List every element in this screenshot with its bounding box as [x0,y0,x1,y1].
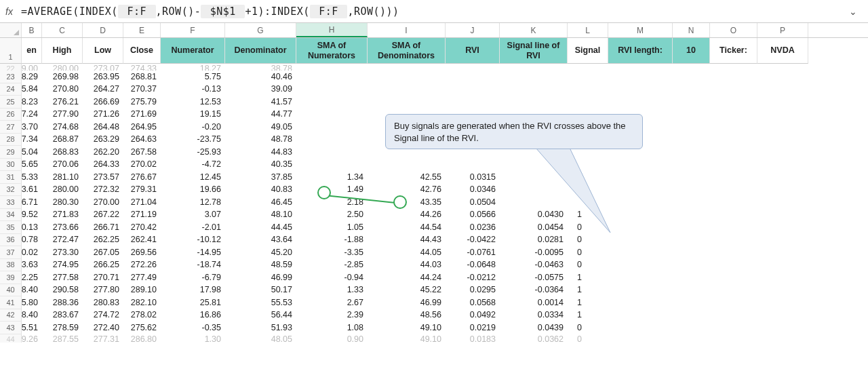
cell-L[interactable]: 1 [568,309,608,322]
cell-I[interactable]: 49.10 [368,334,446,343]
cell-F[interactable]: 12.53 [161,96,225,109]
select-all-triangle[interactable] [0,23,22,37]
col-header-E[interactable]: E [123,23,161,37]
cell-K[interactable] [500,96,568,109]
row-number[interactable]: 35 [0,221,22,234]
cell-G[interactable]: 43.64 [225,234,296,247]
cell-C[interactable]: 268.83 [42,146,83,159]
cell-H[interactable]: 1.05 [296,221,368,234]
cell-H[interactable]: 2.39 [296,309,368,322]
cell-O[interactable] [710,171,757,184]
cell-E[interactable]: 289.10 [123,284,161,297]
cell-M[interactable] [608,64,673,71]
row-number[interactable]: 40 [0,284,22,297]
cell-J[interactable]: -0.0761 [446,246,500,259]
cell-N[interactable] [673,271,710,284]
cell-L[interactable]: 1 [568,284,608,297]
cell-N[interactable] [673,284,710,297]
row-number[interactable]: 31 [0,171,22,184]
cell-K[interactable] [500,83,568,96]
cell-E[interactable]: 282.10 [123,296,161,309]
row-number[interactable]: 22 [0,64,22,71]
cell-B[interactable]: 8.29 [22,71,42,83]
cell-P[interactable] [757,71,808,83]
cell-H[interactable]: 1.34 [296,171,368,184]
cell-G[interactable]: 44.45 [225,221,296,234]
cell-N[interactable] [673,234,710,247]
cell-I[interactable] [368,71,446,83]
cell-G[interactable]: 50.17 [225,284,296,297]
cell-O[interactable] [710,309,757,322]
cell-M[interactable] [608,271,673,284]
cell-J[interactable]: -0.0212 [446,271,500,284]
cell-I[interactable]: 46.99 [368,296,446,309]
cell-G[interactable]: 48.05 [225,334,296,343]
cell-H[interactable]: 1.08 [296,322,368,334]
cell-P[interactable] [757,259,808,272]
cell-G[interactable]: 44.77 [225,109,296,121]
cell-E[interactable]: 270.02 [123,159,161,172]
cell-H[interactable]: -3.35 [296,246,368,259]
cell-M[interactable] [608,334,673,343]
cell-N[interactable] [673,184,710,197]
cell-G[interactable]: 40.46 [225,71,296,83]
cell-G[interactable]: 38.78 [225,64,296,71]
cell-C[interactable]: 278.59 [42,322,83,334]
drawing-line[interactable] [328,195,399,204]
cell-J[interactable]: -0.0422 [446,234,500,247]
cell-L[interactable]: 1 [568,271,608,284]
callout-note[interactable]: Buy signals are generated when the RVI c… [385,114,643,149]
header-F[interactable]: Numerator [161,38,225,64]
cell-B[interactable]: 2.25 [22,271,42,284]
cell-D[interactable]: 263.29 [83,134,123,147]
cell-G[interactable]: 46.99 [225,271,296,284]
cell-O[interactable] [710,71,757,83]
cell-D[interactable]: 263.95 [83,71,123,83]
cell-J[interactable]: 0.0492 [446,309,500,322]
cell-I[interactable] [368,64,446,71]
row-number[interactable]: 26 [0,109,22,121]
cell-N[interactable] [673,259,710,272]
cell-J[interactable]: 0.0183 [446,334,500,343]
cell-B[interactable]: 8.40 [22,284,42,297]
formula-input[interactable]: =AVERAGE(INDEX( F:F ,ROW()- $N$1 +1):IND… [21,5,399,18]
cell-H[interactable]: -0.94 [296,271,368,284]
cell-G[interactable]: 39.09 [225,83,296,96]
cell-H[interactable] [296,121,368,134]
col-header-I[interactable]: I [368,23,446,37]
col-header-N[interactable]: N [673,23,710,37]
cell-C[interactable]: 268.87 [42,134,83,147]
cell-F[interactable]: 5.75 [161,71,225,83]
cell-G[interactable]: 55.53 [225,296,296,309]
cell-D[interactable]: 266.71 [83,221,123,234]
cell-I[interactable]: 42.55 [368,171,446,184]
cell-B[interactable]: 9.00 [22,64,42,71]
cell-J[interactable]: -0.0648 [446,259,500,272]
cell-K[interactable]: 0.0014 [500,296,568,309]
cell-N[interactable] [673,221,710,234]
cell-G[interactable]: 46.45 [225,196,296,209]
cell-F[interactable]: 1.30 [161,334,225,343]
cell-D[interactable]: 264.27 [83,83,123,96]
cell-P[interactable] [757,171,808,184]
cell-L[interactable] [568,71,608,83]
cell-B[interactable]: 0.78 [22,234,42,247]
cell-B[interactable]: 9.52 [22,209,42,222]
cell-E[interactable]: 276.67 [123,171,161,184]
row-number[interactable]: 38 [0,259,22,272]
header-I[interactable]: SMA of Denominators [368,38,446,64]
row-number[interactable]: 36 [0,234,22,247]
cell-J[interactable] [446,64,500,71]
row-number-1[interactable]: 1 [0,38,22,64]
cell-F[interactable]: 25.81 [161,296,225,309]
cell-P[interactable] [757,246,808,259]
cell-N[interactable] [673,146,710,159]
cell-D[interactable]: 267.22 [83,209,123,222]
cell-G[interactable]: 56.44 [225,309,296,322]
cell-G[interactable]: 40.83 [225,184,296,197]
cell-E[interactable]: 272.26 [123,259,161,272]
cell-N[interactable] [673,309,710,322]
cell-D[interactable]: 271.26 [83,109,123,121]
cell-N[interactable] [673,64,710,71]
cell-C[interactable]: 274.95 [42,259,83,272]
